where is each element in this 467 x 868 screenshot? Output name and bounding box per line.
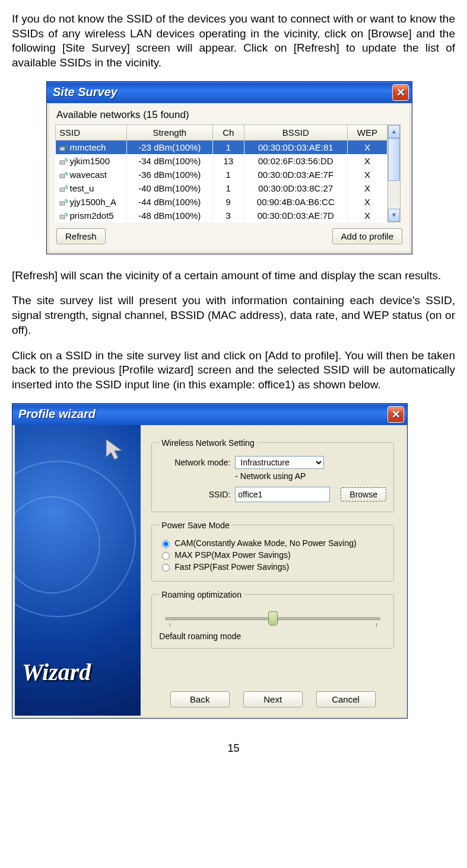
scroll-down-icon[interactable]: ▼: [388, 209, 400, 222]
power-fast-label: Fast PSP(Fast Power Savings): [174, 562, 289, 572]
svg-rect-5: [60, 215, 65, 219]
power-save-legend: Power Save Mode: [159, 521, 231, 530]
network-icon: [59, 213, 68, 220]
table-row[interactable]: wavecast-36 dBm(100%)100:30:0D:03:AE:7FX: [56, 168, 387, 181]
col-ssid[interactable]: SSID: [56, 125, 127, 140]
svg-rect-3: [60, 188, 65, 192]
wireless-network-legend: Wireless Network Setting: [159, 438, 256, 448]
network-icon: [59, 199, 68, 206]
site-survey-window: Site Survey ✕ Available networks (15 fou…: [46, 81, 412, 254]
col-channel[interactable]: Ch: [212, 125, 244, 140]
power-cam-label: CAM(Constantly Awake Mode, No Power Savi…: [174, 538, 356, 548]
wizard-sidebar: Wizard: [15, 425, 141, 716]
refresh-button[interactable]: Refresh: [56, 228, 106, 244]
roaming-group: Roaming optimization Default roaming mod…: [151, 590, 394, 649]
svg-rect-0: [60, 147, 65, 151]
power-max-label: MAX PSP(Max Power Savings): [174, 550, 290, 560]
paragraph-1: If you do not know the SSID of the devic…: [12, 12, 455, 71]
roaming-legend: Roaming optimization: [159, 590, 244, 599]
table-row[interactable]: yjy1500h_A-44 dBm(100%)900:90:4B:0A:B6:C…: [56, 195, 387, 209]
networks-table[interactable]: SSID Strength Ch BSSID WEP mmctech-23 dB…: [55, 125, 387, 222]
roaming-label: Default roaming mode: [159, 631, 386, 641]
profile-wizard-title: Profile wizard: [18, 407, 96, 421]
svg-rect-4: [60, 202, 65, 205]
close-icon[interactable]: ✕: [392, 84, 409, 101]
scroll-up-icon[interactable]: ▲: [388, 125, 400, 138]
roaming-slider[interactable]: [165, 609, 380, 629]
site-survey-title: Site Survey: [53, 85, 117, 99]
scroll-thumb[interactable]: [388, 138, 400, 181]
network-mode-sub: - Network using AP: [235, 471, 306, 481]
profile-wizard-titlebar[interactable]: Profile wizard ✕: [12, 404, 407, 425]
table-row[interactable]: yjkim1500-34 dBm(100%)1300:02:6F:03:56:D…: [56, 154, 387, 168]
network-mode-label: Network mode:: [159, 458, 230, 467]
wireless-network-group: Wireless Network Setting Network mode: I…: [151, 438, 394, 512]
browse-button[interactable]: Browse: [341, 487, 386, 502]
network-icon: [59, 145, 68, 152]
network-icon: [59, 186, 68, 193]
paragraph-4: Click on a SSID in the site survey list …: [12, 349, 455, 392]
paragraph-2: [Refresh] will scan the vicinity of a ce…: [12, 269, 455, 283]
network-icon: [59, 172, 68, 179]
col-bssid[interactable]: BSSID: [244, 125, 347, 140]
slider-thumb-icon[interactable]: [268, 611, 278, 626]
power-fast-radio[interactable]: [162, 564, 170, 572]
col-strength[interactable]: Strength: [126, 125, 212, 140]
power-max-radio[interactable]: [162, 552, 170, 560]
next-button[interactable]: Next: [243, 691, 303, 707]
wizard-brand-text: Wizard: [22, 658, 91, 686]
add-to-profile-button[interactable]: Add to profile: [332, 228, 402, 244]
page-number: 15: [12, 742, 455, 755]
ssid-input[interactable]: [235, 487, 330, 502]
col-wep[interactable]: WEP: [347, 125, 387, 140]
available-networks-label: Available networks (15 found): [56, 109, 404, 121]
svg-marker-6: [106, 439, 122, 459]
site-survey-titlebar[interactable]: Site Survey ✕: [47, 82, 412, 103]
table-row[interactable]: test_u-40 dBm(100%)100:30:0D:03:8C:27X: [56, 181, 387, 195]
svg-rect-2: [60, 174, 65, 178]
network-mode-select[interactable]: Infrastructure: [235, 456, 324, 469]
ssid-label: SSID:: [159, 490, 230, 499]
cursor-icon: [103, 437, 129, 463]
table-row[interactable]: mmctech-23 dBm(100%)100:30:0D:03:AE:81X: [56, 140, 387, 154]
scrollbar[interactable]: ▲ ▼: [387, 125, 401, 222]
svg-rect-1: [60, 161, 65, 164]
power-save-group: Power Save Mode CAM(Constantly Awake Mod…: [151, 521, 394, 582]
table-row[interactable]: prism2dot5-48 dBm(100%)300:30:0D:03:AE:7…: [56, 209, 387, 222]
power-cam-radio[interactable]: [162, 540, 170, 548]
paragraph-3: The site survey list will present you wi…: [12, 293, 455, 337]
cancel-button[interactable]: Cancel: [316, 691, 376, 707]
profile-wizard-window: Profile wizard ✕ Wizard Wireless Network…: [12, 403, 408, 719]
close-icon[interactable]: ✕: [387, 406, 404, 423]
back-button[interactable]: Back: [170, 691, 230, 707]
network-icon: [59, 158, 68, 165]
